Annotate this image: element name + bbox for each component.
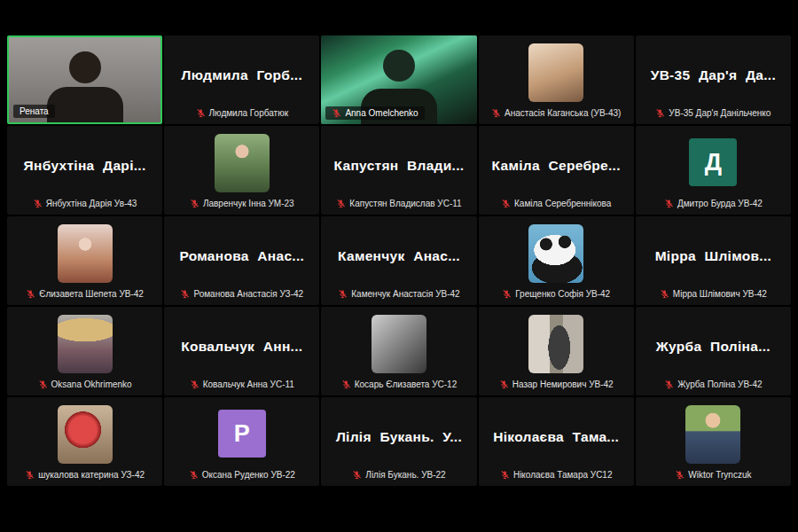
name-tag: Анастасія Каганська (УВ-43) [479, 108, 634, 118]
name-tag: Лілія Букань. УВ-22 [321, 470, 476, 480]
muted-mic-icon [33, 199, 43, 208]
participant-name: шукалова катерина УЗ-42 [38, 470, 145, 480]
avatar-letter: Р [234, 420, 250, 448]
name-tag: Журба Поліна УВ-42 [636, 379, 791, 389]
participant-name: Грещенко Софія УВ-42 [515, 289, 610, 299]
muted-mic-icon [38, 379, 48, 389]
name-tag: Каміла Серебреннікова [479, 199, 634, 208]
participant-tile[interactable]: Wiktor Trynczuk [636, 397, 791, 486]
participant-tile[interactable]: Каміла Серебре... Каміла Серебреннікова [479, 126, 634, 215]
participant-tile[interactable]: Капустян Влади... Капустян Владислав УС-… [321, 126, 476, 215]
participant-tile[interactable]: Янбухтіна Дарі... Янбухтіна Дарія Ув-43 [7, 126, 162, 215]
participant-grid: Рената Людмила Горб... Людмила Горбатюк [7, 35, 791, 486]
participant-tile[interactable]: Косарь Єлизавета УС-12 [321, 307, 476, 395]
name-tag: Єлизавета Шепета УВ-42 [7, 289, 162, 299]
participant-tile[interactable]: Єлизавета Шепета УВ-42 [7, 216, 162, 305]
muted-mic-icon [189, 470, 199, 480]
participant-name: Єлизавета Шепета УВ-42 [39, 289, 144, 299]
avatar-photo [215, 134, 270, 192]
meeting-window: Рената Людмила Горб... Людмила Горбатюк [0, 0, 798, 532]
participant-tile[interactable]: Журба Поліна... Журба Поліна УВ-42 [636, 307, 791, 395]
participant-tile[interactable]: Лілія Букань. У... Лілія Букань. УВ-22 [321, 397, 476, 486]
participant-name: Анастасія Каганська (УВ-43) [505, 108, 621, 118]
name-tag: Ковальчук Анна УС-11 [164, 379, 319, 389]
name-tag: Назар Немирович УВ-42 [479, 379, 634, 389]
participant-tile[interactable]: Романова Анас... Романова Анастасія УЗ-4… [164, 216, 319, 305]
participant-big-name: Журба Поліна... [636, 339, 791, 355]
participant-tile[interactable]: Мірра Шлімов... Мірра Шлімович УВ-42 [636, 216, 791, 305]
muted-mic-icon [332, 108, 341, 118]
name-tag: Wiktor Trynczuk [636, 470, 791, 480]
name-tag: Грещенко Софія УВ-42 [479, 289, 634, 299]
name-tag: Романова Анастасія УЗ-42 [164, 289, 319, 299]
participant-name: Романова Анастасія УЗ-42 [193, 289, 303, 299]
letter-avatar: Д [689, 138, 737, 186]
muted-mic-icon [352, 470, 362, 480]
muted-mic-icon [196, 108, 206, 118]
avatar-photo [58, 224, 113, 283]
muted-mic-icon [341, 379, 351, 389]
participant-name: Капустян Владислав УС-11 [349, 199, 461, 208]
participant-name: Лілія Букань. УВ-22 [365, 470, 445, 480]
participant-name: Янбухтіна Дарія Ув-43 [46, 199, 137, 208]
participant-big-name: Людмила Горб... [164, 67, 319, 83]
participant-tile[interactable]: Рената [7, 35, 162, 124]
avatar-photo [528, 224, 583, 283]
muted-mic-icon [190, 199, 200, 208]
participant-tile[interactable]: Грещенко Софія УВ-42 [479, 216, 634, 305]
participant-tile[interactable]: Анастасія Каганська (УВ-43) [479, 35, 634, 124]
participant-tile[interactable]: Р Оксана Руденко УВ-22 [164, 397, 319, 486]
participant-name: Людмила Горбатюк [209, 108, 288, 118]
avatar-photo [58, 315, 113, 373]
name-tag: Косарь Єлизавета УС-12 [321, 379, 476, 389]
participant-tile[interactable]: Anna Omelchenko [321, 35, 476, 124]
participant-name: Рената [20, 106, 49, 116]
avatar-photo [528, 315, 583, 373]
participant-big-name: УВ-35 Дар'я Да... [636, 67, 791, 83]
participant-name: Ніколаєва Тамара УС12 [513, 470, 613, 480]
participant-tile[interactable]: Oksana Okhrimenko [7, 307, 162, 395]
participant-name: Каменчук Анастасія УВ-42 [351, 289, 459, 299]
participant-tile[interactable]: Д Дмитро Бурда УВ-42 [636, 126, 791, 215]
participant-tile[interactable]: Каменчук Анас... Каменчук Анастасія УВ-4… [321, 216, 476, 305]
muted-mic-icon [499, 379, 509, 389]
participant-tile[interactable]: шукалова катерина УЗ-42 [7, 397, 162, 486]
muted-mic-icon [491, 108, 501, 118]
participant-tile[interactable]: Назар Немирович УВ-42 [479, 307, 634, 395]
name-tag: Мірра Шлімович УВ-42 [636, 289, 791, 299]
participant-tile[interactable]: Лавренчук Інна УМ-23 [164, 126, 319, 215]
participant-big-name: Мірра Шлімов... [636, 248, 791, 264]
participant-tile[interactable]: Ніколаєва Тама... Ніколаєва Тамара УС12 [479, 397, 634, 486]
name-tag: Людмила Горбатюк [164, 108, 319, 118]
avatar-letter: Д [705, 149, 722, 176]
participant-tile[interactable]: УВ-35 Дар'я Да... УВ-35 Дар'я Данільченк… [636, 35, 791, 124]
name-tag: Янбухтіна Дарія Ув-43 [7, 199, 162, 208]
participant-name: Дмитро Бурда УВ-42 [677, 199, 763, 208]
muted-mic-icon [502, 289, 512, 299]
participant-big-name: Капустян Влади... [321, 158, 476, 174]
participant-tile[interactable]: Людмила Горб... Людмила Горбатюк [164, 35, 319, 124]
muted-mic-icon [664, 379, 674, 389]
avatar-photo [528, 43, 583, 102]
participant-name: Журба Поліна УВ-42 [677, 379, 762, 389]
name-tag: Каменчук Анастасія УВ-42 [321, 289, 476, 299]
muted-mic-icon [336, 199, 346, 208]
name-tag: Капустян Владислав УС-11 [321, 199, 476, 208]
muted-mic-icon [180, 289, 190, 299]
muted-mic-icon [500, 470, 510, 480]
participant-name: Назар Немирович УВ-42 [512, 379, 614, 389]
participant-big-name: Ніколаєва Тама... [479, 429, 634, 445]
person-silhouette [47, 87, 123, 122]
participant-name: Wiktor Trynczuk [688, 470, 751, 480]
muted-mic-icon [338, 289, 348, 299]
participant-tile[interactable]: Ковальчук Анн... Ковальчук Анна УС-11 [164, 307, 319, 395]
name-tag: Оксана Руденко УВ-22 [164, 470, 319, 480]
participant-big-name: Каменчук Анас... [321, 248, 476, 264]
participant-big-name: Ковальчук Анн... [164, 339, 319, 355]
muted-mic-icon [675, 470, 685, 480]
participant-name: Anna Omelchenko [345, 108, 418, 118]
muted-mic-icon [660, 289, 669, 299]
avatar-photo [685, 405, 740, 464]
name-tag: шукалова катерина УЗ-42 [7, 470, 162, 480]
participant-name: Оксана Руденко УВ-22 [202, 470, 295, 480]
